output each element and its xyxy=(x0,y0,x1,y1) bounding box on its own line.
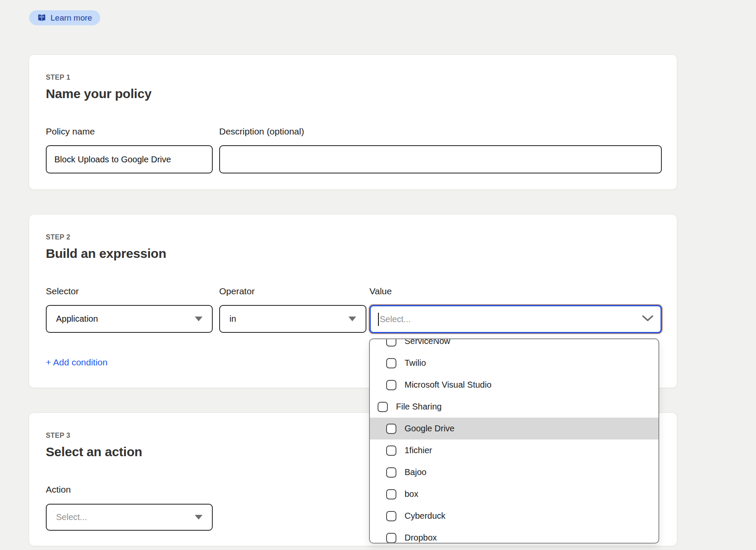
action-label: Action xyxy=(46,484,71,495)
action-dropdown[interactable]: Select... xyxy=(46,504,213,531)
step2-step-label: STEP 2 xyxy=(46,233,70,241)
caret-down-icon xyxy=(195,317,202,321)
dropdown-option[interactable]: Twilio xyxy=(370,352,658,374)
dropdown-option[interactable]: box xyxy=(370,483,658,505)
dropdown-option[interactable]: Microsoft Visual Studio xyxy=(370,374,658,396)
checkbox-icon[interactable] xyxy=(386,445,396,456)
step1-title: Name your policy xyxy=(46,87,152,101)
checkbox-icon[interactable] xyxy=(386,338,396,347)
dropdown-option[interactable]: File Sharing xyxy=(370,396,658,418)
add-condition-link[interactable]: + Add condition xyxy=(46,357,107,368)
selector-dropdown[interactable]: Application xyxy=(46,305,213,333)
dropdown-option[interactable]: Google Drive xyxy=(370,418,658,439)
description-label: Description (optional) xyxy=(219,126,304,137)
operator-dropdown-value: in xyxy=(229,314,236,324)
dropdown-option-label: Cyberduck xyxy=(405,511,446,521)
dropdown-option[interactable]: 1fichier xyxy=(370,439,658,461)
step1-step-label: STEP 1 xyxy=(46,74,70,81)
dropdown-option-label: Bajoo xyxy=(405,467,426,477)
caret-down-icon xyxy=(348,317,356,321)
dropdown-option[interactable]: Dropbox xyxy=(370,527,658,544)
dropdown-list: ServiceNow Twilio Microsoft Visual Studi… xyxy=(370,338,658,544)
application-dropdown-menu: ServiceNow Twilio Microsoft Visual Studi… xyxy=(369,338,659,544)
description-input[interactable] xyxy=(219,145,662,173)
step3-step-label: STEP 3 xyxy=(46,432,70,439)
checkbox-icon[interactable] xyxy=(386,533,396,543)
dropdown-option-label: Google Drive xyxy=(405,424,455,433)
checkbox-icon[interactable] xyxy=(386,489,396,499)
step3-title: Select an action xyxy=(46,445,142,459)
dropdown-option-label: Microsoft Visual Studio xyxy=(405,380,491,390)
value-label: Value xyxy=(369,286,392,296)
dropdown-option-label: box xyxy=(405,489,418,499)
dropdown-option[interactable]: Cyberduck xyxy=(370,505,658,527)
checkbox-icon[interactable] xyxy=(386,424,396,434)
operator-label: Operator xyxy=(219,286,255,296)
book-icon xyxy=(37,13,46,22)
checkbox-icon[interactable] xyxy=(386,467,396,478)
action-dropdown-placeholder: Select... xyxy=(56,512,87,522)
selector-label: Selector xyxy=(46,286,79,296)
dropdown-option-label: ServiceNow xyxy=(405,338,450,346)
checkbox-icon[interactable] xyxy=(386,511,396,521)
dropdown-option-label: File Sharing xyxy=(396,402,442,412)
chevron-down-icon xyxy=(642,315,653,323)
policy-name-label: Policy name xyxy=(46,126,95,137)
checkbox-icon[interactable] xyxy=(386,380,396,390)
step2-title: Build an expression xyxy=(46,246,166,261)
checkbox-icon[interactable] xyxy=(386,358,396,368)
caret-down-icon xyxy=(195,515,202,520)
dropdown-option-label: Twilio xyxy=(405,358,426,368)
operator-dropdown[interactable]: in xyxy=(219,305,366,333)
policy-name-input[interactable] xyxy=(46,145,213,173)
dropdown-option-label: Dropbox xyxy=(405,533,437,543)
learn-more-button[interactable]: Learn more xyxy=(29,10,100,25)
value-multiselect-input[interactable]: Select... xyxy=(369,305,662,333)
value-placeholder: Select... xyxy=(380,314,411,324)
selector-dropdown-value: Application xyxy=(56,314,98,324)
dropdown-option[interactable]: ServiceNow xyxy=(370,338,658,352)
learn-more-label: Learn more xyxy=(51,13,92,23)
text-cursor xyxy=(378,313,379,326)
dropdown-option[interactable]: Bajoo xyxy=(370,461,658,483)
dropdown-option-label: 1fichier xyxy=(405,445,432,455)
gateway-policy-builder-page: Learn more STEP 1 Name your policy Polic… xyxy=(0,0,756,550)
step1-card: STEP 1 Name your policy Policy name Desc… xyxy=(29,54,677,190)
checkbox-icon[interactable] xyxy=(378,402,388,412)
